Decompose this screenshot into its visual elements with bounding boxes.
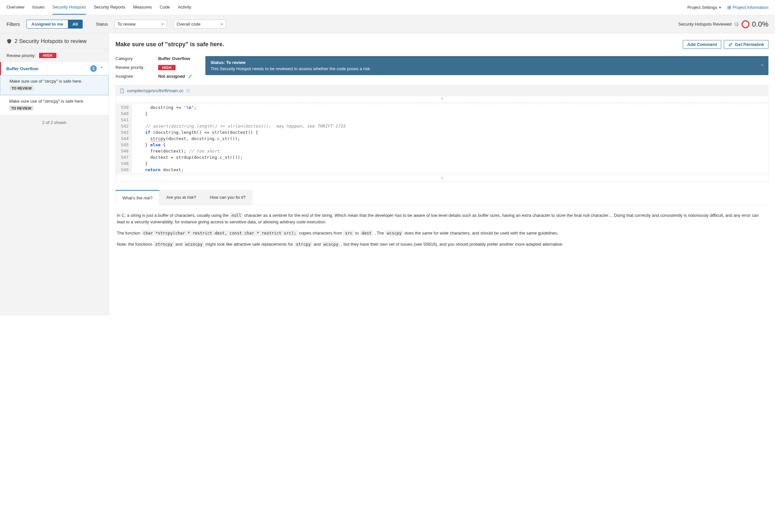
chevron-down-icon: ▼ xyxy=(220,23,223,26)
hotspot-item-status: TO REVIEW xyxy=(10,86,34,91)
scope-select-value: Overall code xyxy=(176,22,200,27)
code-line[interactable]: 541 xyxy=(116,117,768,123)
code-line[interactable]: 547 doctext = strdup(docstring.c_str()); xyxy=(116,154,768,160)
desc-text: . The xyxy=(374,231,385,235)
explanation-tabs: What's the risk? Are you at risk? How ca… xyxy=(115,190,768,205)
tab-measures[interactable]: Measures xyxy=(133,0,152,15)
hotspots-reviewed-meter: Security Hotspots Reviewed ? 0.0% xyxy=(678,20,768,29)
code-line[interactable]: 539 docstring += '\n'; xyxy=(116,104,768,111)
seg-all[interactable]: All xyxy=(68,20,83,28)
inline-code: wcsncpy xyxy=(184,241,204,247)
tab-security-reports[interactable]: Security Reports xyxy=(94,0,125,15)
code-lines: 539 docstring += '\n';540 }541542 // ass… xyxy=(116,104,768,173)
line-content xyxy=(132,117,768,123)
code-line[interactable]: 540 } xyxy=(116,111,768,117)
line-number: 543 xyxy=(116,129,132,135)
code-line[interactable]: 548 } xyxy=(116,160,768,167)
code-context-placeholder xyxy=(116,173,768,175)
meta-category-value: Buffer Overflow xyxy=(158,56,192,61)
inline-code: strncpy xyxy=(153,241,174,247)
line-number: 539 xyxy=(116,104,132,111)
status-label: Status xyxy=(96,22,108,27)
assignment-toggle: Assigned to me All xyxy=(27,20,83,29)
file-path[interactable]: compiler/cpp/src/thrift/main.cc xyxy=(127,88,183,93)
expand-down-handle[interactable]: ⇳ xyxy=(116,175,768,181)
code-line[interactable]: 546 free(doctext); // too short xyxy=(116,148,768,154)
project-tabs: Overview Issues Security Hotspots Securi… xyxy=(0,0,775,15)
hotspot-item-status: TO REVIEW xyxy=(9,106,33,111)
inline-code: dest xyxy=(360,230,373,236)
desc-text: copies characters from xyxy=(299,231,343,235)
tab-bar: Overview Issues Security Hotspots Securi… xyxy=(7,0,687,15)
status-select[interactable]: To review ▼ xyxy=(114,20,167,29)
tab-how-can-you-fix-it[interactable]: How can you fix it? xyxy=(203,190,252,205)
line-number: 545 xyxy=(116,142,132,148)
list-icon xyxy=(727,5,731,10)
project-settings-label: Project Settings xyxy=(687,5,717,10)
priority-badge-high: HIGH xyxy=(39,53,56,58)
open-in-new-icon[interactable] xyxy=(186,89,190,93)
line-number: 541 xyxy=(116,117,132,123)
chevron-down-icon: ▼ xyxy=(719,6,722,9)
line-number: 544 xyxy=(116,135,132,142)
shown-count: 2 of 2 shown xyxy=(0,115,109,130)
hotspots-reviewed-label: Security Hotspots Reviewed xyxy=(678,22,732,27)
project-information-link[interactable]: Project Information xyxy=(727,5,768,10)
line-number: 540 xyxy=(116,111,132,117)
category-name: Buffer Overflow xyxy=(6,66,90,71)
chevron-down-icon: ⌄ xyxy=(761,62,764,67)
tab-whats-the-risk[interactable]: What's the risk? xyxy=(115,190,159,205)
line-content: // assert(docstring.length() <= strlen(d… xyxy=(132,123,768,129)
meta-assignee-label: Assignee xyxy=(115,74,152,79)
link-icon xyxy=(728,42,733,47)
get-permalink-label: Get Permalink xyxy=(735,42,764,47)
edit-icon[interactable] xyxy=(188,74,192,79)
meta-category-label: Category xyxy=(115,56,152,61)
desc-text: , but they have their own set of issues … xyxy=(341,242,563,247)
desc-text: does the same for wide characters, and s… xyxy=(405,231,559,235)
tab-activity[interactable]: Activity xyxy=(178,0,191,15)
add-comment-button[interactable]: Add Comment xyxy=(683,40,721,49)
hotspot-main: Make sure use of "strcpy" is safe here. … xyxy=(109,33,775,316)
project-settings-dropdown[interactable]: Project Settings ▼ xyxy=(687,5,722,10)
code-context-placeholder xyxy=(116,102,768,104)
hotspot-item[interactable]: Make sure use of "strcpy" is safe here. … xyxy=(0,75,109,95)
desc-text: Note: the functions xyxy=(117,242,153,247)
filter-bar: Filters Assigned to me All Status To rev… xyxy=(0,15,775,33)
scope-select[interactable]: Overall code ▼ xyxy=(173,20,226,29)
seg-assigned-to-me[interactable]: Assigned to me xyxy=(27,20,68,28)
expand-up-handle[interactable]: ⇳ xyxy=(116,96,768,102)
line-content: free(doctext); // too short xyxy=(132,148,768,154)
category-header[interactable]: Buffer Overflow 2 ⌃ xyxy=(0,62,109,75)
code-line[interactable]: 542 // assert(docstring.length() <= strl… xyxy=(116,123,768,129)
tab-overview[interactable]: Overview xyxy=(7,0,24,15)
status-description: This Security Hotspot needs to be review… xyxy=(211,66,708,71)
hotspot-meta: Category Buffer Overflow Review priority… xyxy=(115,56,192,79)
code-line[interactable]: 549 return doctext; xyxy=(116,167,768,173)
code-line[interactable]: 544 strcpy(doctext, docstring.c_str()); xyxy=(116,135,768,142)
tab-are-you-at-risk[interactable]: Are you at risk? xyxy=(159,190,203,205)
hotspot-sidebar: 2 Security Hotspots to review Review pri… xyxy=(0,33,109,316)
main-header: Make sure use of "strcpy" is safe here. … xyxy=(115,40,768,49)
tab-code[interactable]: Code xyxy=(160,0,170,15)
tab-security-hotspots[interactable]: Security Hotspots xyxy=(52,0,86,15)
inline-code: wcscpy xyxy=(322,241,340,247)
inline-code: strcpy xyxy=(294,241,312,247)
help-icon[interactable]: ? xyxy=(734,22,739,27)
sidebar-title-row: 2 Security Hotspots to review xyxy=(0,33,109,49)
priority-badge-high: HIGH xyxy=(158,65,175,70)
desc-text: The function xyxy=(117,231,141,235)
chevron-up-icon: ⌃ xyxy=(100,66,103,71)
hotspot-item-title: Make sure use of "strncpy" is safe here. xyxy=(9,99,103,104)
category-panel: Buffer Overflow 2 ⌃ Make sure use of "st… xyxy=(0,62,109,115)
meta-priority-label: Review priority xyxy=(115,65,152,70)
tab-issues[interactable]: Issues xyxy=(32,0,45,15)
desc-text: and xyxy=(314,242,322,247)
hotspot-item[interactable]: Make sure use of "strncpy" is safe here.… xyxy=(0,95,109,115)
code-line[interactable]: 545 } else { xyxy=(116,142,768,148)
code-line[interactable]: 543 if (docstring.length() <= strlen(doc… xyxy=(116,129,768,135)
inline-code: src xyxy=(343,230,354,236)
status-dropdown[interactable]: Status: To review This Security Hotspot … xyxy=(205,56,768,75)
get-permalink-button[interactable]: Get Permalink xyxy=(724,40,768,49)
line-content: return doctext; xyxy=(132,167,768,173)
